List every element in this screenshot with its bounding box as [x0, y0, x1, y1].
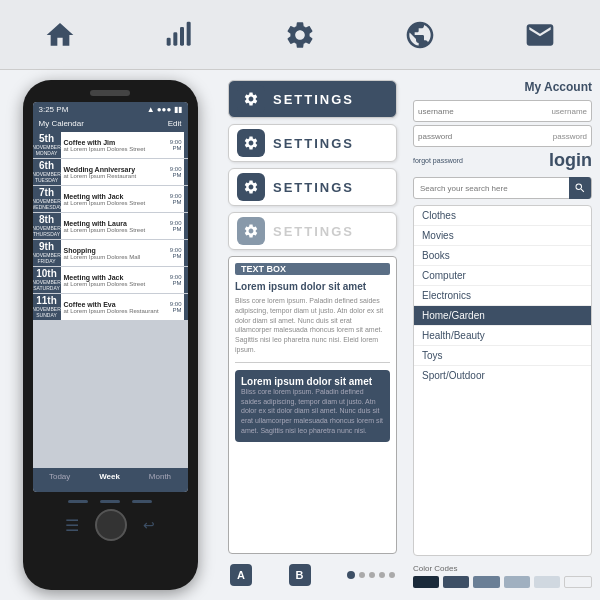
event-date: 9th November FRIDAY: [33, 240, 61, 266]
svg-rect-2: [180, 27, 184, 46]
event-date: 6th November TUESDAY: [33, 159, 61, 185]
phone-menu-icon: [68, 500, 88, 503]
list-item-health-beauty[interactable]: Health/Beauty: [414, 326, 591, 346]
settings-button-4[interactable]: SETTINGS: [228, 212, 397, 250]
login-button[interactable]: login: [549, 150, 592, 171]
search-row: [413, 177, 592, 199]
tab-month[interactable]: Month: [145, 472, 175, 488]
swatch-5[interactable]: [534, 576, 560, 588]
phone-home-button[interactable]: [95, 509, 127, 541]
event-5[interactable]: 9th November FRIDAY Shopping at Lorem Ip…: [33, 240, 188, 266]
status-time: 3:25 PM: [39, 105, 69, 114]
letter-a-button[interactable]: A: [230, 564, 252, 586]
screen-tabs: Today Week Month: [33, 468, 188, 492]
phone-menu-line3: [132, 500, 152, 503]
event-6[interactable]: 10th November SATURDAY Meeting with Jack…: [33, 267, 188, 293]
swatch-4[interactable]: [504, 576, 530, 588]
nav-mail[interactable]: [515, 10, 565, 60]
main-content: 3:25 PM ▲ ●●● ▮▮ My Calendar Edit 5th No…: [0, 70, 600, 600]
dot-3[interactable]: [369, 572, 375, 578]
color-codes-label: Color Codes: [413, 564, 592, 573]
tab-week[interactable]: Week: [95, 472, 124, 488]
category-list: Clothes Movies Books Computer Electronic…: [413, 205, 592, 556]
swatch-6[interactable]: [564, 576, 592, 588]
list-item-clothes[interactable]: Clothes: [414, 206, 591, 226]
dot-5[interactable]: [389, 572, 395, 578]
phone-screen: 3:25 PM ▲ ●●● ▮▮ My Calendar Edit 5th No…: [33, 102, 188, 492]
nav-signal[interactable]: [155, 10, 205, 60]
letter-b-button[interactable]: B: [289, 564, 311, 586]
svg-rect-0: [167, 37, 171, 45]
phone-section: 3:25 PM ▲ ●●● ▮▮ My Calendar Edit 5th No…: [0, 70, 220, 600]
list-item-computer[interactable]: Computer: [414, 266, 591, 286]
settings-button-2[interactable]: SETTINGS: [228, 124, 397, 162]
forgot-password-link[interactable]: forgot password: [413, 157, 463, 164]
swatch-3[interactable]: [473, 576, 499, 588]
swatch-1[interactable]: [413, 576, 439, 588]
textbox-bottom-title: Lorem ipsum dolor sit amet: [241, 376, 384, 387]
phone-speaker: [90, 90, 130, 96]
textbox-bottom: Lorem ipsum dolor sit amet Bliss core lo…: [235, 370, 390, 442]
phone-bottom: ☰ ↩: [65, 498, 155, 541]
event-date: 11th November SUNDAY: [33, 294, 61, 320]
calendar-events: 5th November MONDAY Coffee with Jim at L…: [33, 132, 188, 468]
textbox-label: TEXT BOX: [235, 263, 390, 275]
text-box-area: TEXT BOX Lorem ipsum dolor sit amet Blis…: [228, 256, 397, 554]
list-item-toys[interactable]: Toys: [414, 346, 591, 366]
event-date: 5th November MONDAY: [33, 132, 61, 158]
screen-header: My Calendar Edit: [33, 116, 188, 132]
list-item-electronics[interactable]: Electronics: [414, 286, 591, 306]
dot-1[interactable]: [347, 571, 355, 579]
settings-label-3: SETTINGS: [273, 180, 354, 195]
dot-4[interactable]: [379, 572, 385, 578]
settings-icon-4: [237, 217, 265, 245]
password-label: password: [549, 132, 591, 141]
nav-home[interactable]: [35, 10, 85, 60]
swatch-2[interactable]: [443, 576, 469, 588]
top-navigation: [0, 0, 600, 70]
dot-navigation: [347, 571, 395, 579]
status-icons: ▲ ●●● ▮▮: [147, 105, 182, 114]
search-button[interactable]: [569, 177, 591, 199]
phone-menu-line2: [100, 500, 120, 503]
search-input[interactable]: [414, 184, 569, 193]
list-item-home-garden[interactable]: Home/Garden: [414, 306, 591, 326]
settings-button-3[interactable]: SETTINGS: [228, 168, 397, 206]
list-item-books[interactable]: Books: [414, 246, 591, 266]
svg-rect-1: [173, 32, 177, 45]
tab-today[interactable]: Today: [45, 472, 74, 488]
password-input-row: password: [413, 125, 592, 147]
account-links: forgot password login: [413, 150, 592, 171]
color-codes-section: Color Codes: [413, 562, 592, 590]
nav-gear[interactable]: [275, 10, 325, 60]
event-7[interactable]: 11th November SUNDAY Coffee with Eva at …: [33, 294, 188, 320]
event-4[interactable]: 8th November THURSDAY Meeting with Laura…: [33, 213, 188, 239]
event-1[interactable]: 5th November MONDAY Coffee with Jim at L…: [33, 132, 188, 158]
middle-section: SETTINGS SETTINGS SETTINGS SETTINGS TEXT…: [220, 70, 405, 600]
event-2[interactable]: 6th November TUESDAY Wedding Anniversary…: [33, 159, 188, 185]
status-bar: 3:25 PM ▲ ●●● ▮▮: [33, 102, 188, 116]
event-3[interactable]: 7th November WEDNESDAY Meeting with Jack…: [33, 186, 188, 212]
settings-icon-3: [237, 173, 265, 201]
textbox-top-title: Lorem ipsum dolor sit amet: [235, 281, 390, 292]
username-input-row: username: [413, 100, 592, 122]
username-input[interactable]: [414, 107, 547, 116]
settings-label-2: SETTINGS: [273, 136, 354, 151]
list-item-sport-outdoor[interactable]: Sport/Outdoor: [414, 366, 591, 385]
settings-icon-1: [237, 85, 265, 113]
account-form: username password forgot password login: [413, 100, 592, 171]
calendar-title: My Calendar: [39, 119, 84, 129]
password-input[interactable]: [414, 132, 549, 141]
settings-icon-2: [237, 129, 265, 157]
phone-menu-lines-icon: ☰: [65, 516, 79, 535]
textbox-top-body: Bliss core lorem ipsum. Paladin defined …: [235, 296, 390, 355]
list-item-movies[interactable]: Movies: [414, 226, 591, 246]
calendar-edit[interactable]: Edit: [168, 119, 182, 129]
settings-button-1[interactable]: SETTINGS: [228, 80, 397, 118]
dot-2[interactable]: [359, 572, 365, 578]
nav-globe[interactable]: [395, 10, 445, 60]
textbox-bottom-body: Bliss core lorem ipsum. Paladin defined …: [241, 387, 384, 436]
phone-back-icon: ↩: [143, 517, 155, 533]
event-date: 8th November THURSDAY: [33, 213, 61, 239]
username-label: username: [547, 107, 591, 116]
